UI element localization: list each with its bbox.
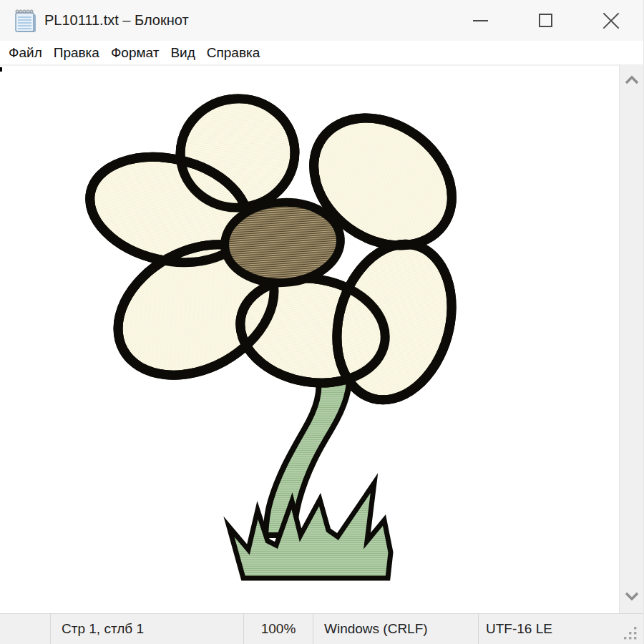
text-editor-area[interactable] (0, 64, 620, 613)
minimize-icon (473, 20, 488, 21)
menu-help[interactable]: Справка (207, 45, 260, 61)
flower-center (222, 198, 343, 286)
caption-buttons (448, 0, 643, 41)
encoding-indicator: UTF-16 LE (478, 614, 643, 644)
close-button[interactable] (578, 0, 643, 41)
minimize-button[interactable] (448, 0, 513, 41)
maximize-button[interactable] (513, 0, 578, 41)
close-icon (602, 12, 620, 29)
menu-format[interactable]: Формат (111, 45, 160, 61)
resize-grip[interactable] (624, 627, 639, 642)
chevron-down-icon (624, 591, 640, 601)
maximize-icon (539, 14, 552, 27)
notepad-app-icon (14, 9, 36, 33)
statusbar-blank-cell (0, 614, 50, 644)
line-ending-indicator: Windows (CRLF) (313, 614, 478, 644)
menu-view[interactable]: Вид (170, 45, 195, 61)
window-title: PL10111.txt – Блокнот (44, 12, 189, 29)
grass-tuft (229, 483, 391, 578)
menu-file[interactable]: Файл (9, 45, 42, 61)
vertical-scrollbar[interactable] (619, 64, 643, 613)
titlebar[interactable]: PL10111.txt – Блокнот (0, 0, 643, 41)
notepad-window: PL10111.txt – Блокнот Файл Правка Формат… (0, 0, 644, 644)
statusbar: Стр 1, стлб 1 100% Windows (CRLF) UTF-16… (0, 613, 643, 644)
menubar: Файл Правка Формат Вид Справка (0, 41, 643, 64)
zoom-level: 100% (243, 614, 313, 644)
menu-edit[interactable]: Правка (54, 45, 99, 61)
cursor-position: Стр 1, стлб 1 (50, 614, 243, 644)
scroll-down-button[interactable] (620, 583, 643, 609)
flower-artwork (0, 66, 620, 613)
chevron-up-icon (624, 75, 640, 85)
scroll-up-button[interactable] (620, 67, 643, 93)
flower-stem (265, 371, 349, 535)
